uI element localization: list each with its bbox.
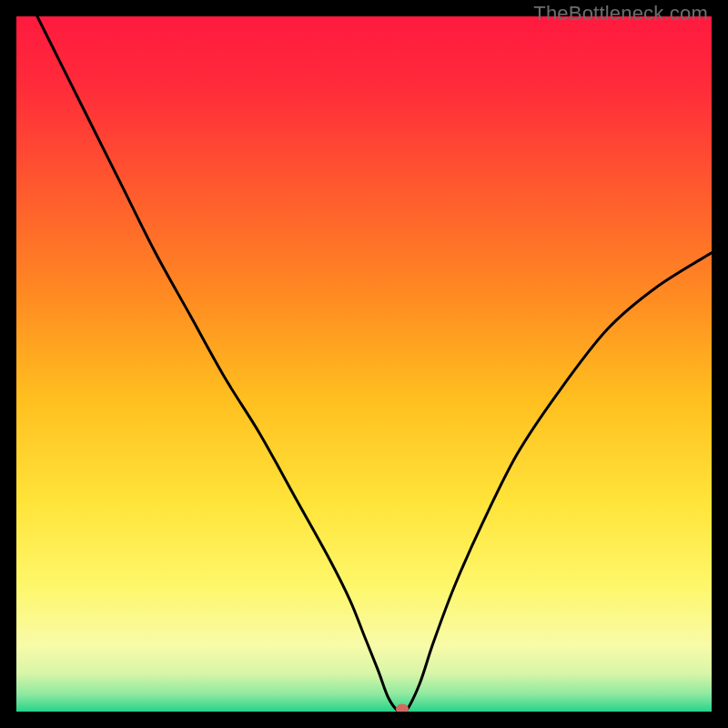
watermark-text: TheBottleneck.com: [533, 2, 708, 25]
gradient-background: [16, 16, 712, 712]
chart-frame: [16, 16, 712, 712]
bottleneck-chart: [16, 16, 712, 712]
